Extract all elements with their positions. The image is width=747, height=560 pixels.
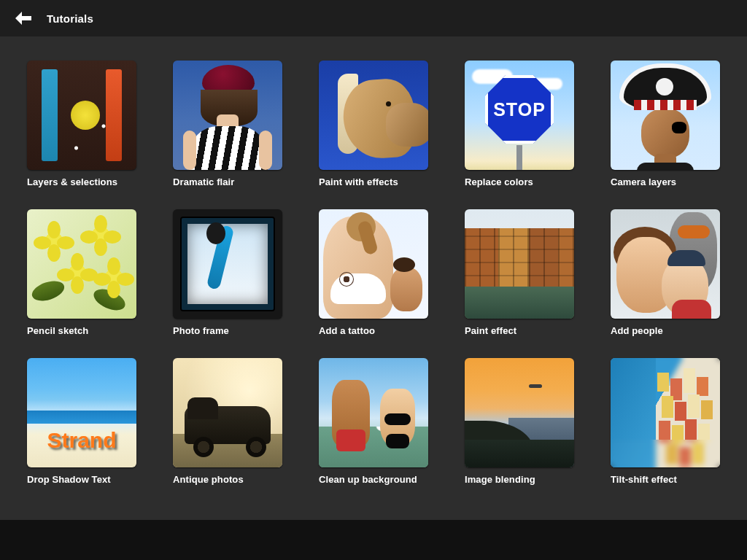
tutorial-camera-layers[interactable]: Camera layers [611, 61, 720, 187]
tutorial-label: Paint with effects [319, 176, 428, 187]
tutorial-photo-frame[interactable]: Photo frame [173, 209, 282, 336]
thumb-camera-layers [611, 61, 720, 170]
tutorial-label: Camera layers [611, 176, 720, 187]
back-arrow-icon[interactable] [13, 10, 34, 26]
thumb-paint-effect [465, 209, 574, 319]
thumb-image-blending [465, 358, 574, 467]
tutorial-drop-shadow-text[interactable]: Strand Drop Shadow Text [27, 358, 136, 485]
thumb-add-a-tattoo [319, 209, 428, 319]
tutorial-add-a-tattoo[interactable]: Add a tattoo [319, 209, 428, 336]
tutorial-paint-with-effects[interactable]: Paint with effects [319, 61, 428, 187]
thumb-clean-up-background [319, 358, 428, 467]
tutorial-clean-up-background[interactable]: Clean up background [319, 358, 428, 485]
tutorial-image-blending[interactable]: Image blending [465, 358, 574, 485]
tutorial-label: Dramatic flair [173, 176, 282, 187]
thumb-antique-photos [173, 358, 282, 467]
bottombar [0, 520, 747, 560]
tutorial-layers-selections[interactable]: Layers & selections [27, 61, 136, 187]
tutorial-replace-colors[interactable]: STOP Replace colors [465, 61, 574, 187]
thumb-add-people [611, 209, 720, 319]
tutorial-label: Clean up background [319, 474, 428, 485]
thumb-pencil-sketch [27, 209, 136, 319]
tutorial-label: Paint effect [465, 325, 574, 336]
tutorial-pencil-sketch[interactable]: Pencil sketch [27, 209, 136, 336]
tutorial-label: Tilt-shift effect [611, 474, 720, 485]
tutorial-grid: Layers & selections Dramatic flair Paint… [27, 61, 720, 485]
tutorial-label: Replace colors [465, 176, 574, 187]
tutorial-paint-effect[interactable]: Paint effect [465, 209, 574, 336]
thumb-dramatic-flair [173, 61, 282, 170]
tutorial-label: Add people [611, 325, 720, 336]
tutorial-label: Add a tattoo [319, 325, 428, 336]
tutorial-label: Antique photos [173, 474, 282, 485]
thumb-paint-with-effects [319, 61, 428, 170]
tutorial-label: Photo frame [173, 325, 282, 336]
thumb-drop-shadow-text: Strand [27, 358, 136, 467]
stop-sign-text: STOP [493, 99, 546, 120]
tutorial-label: Layers & selections [27, 176, 136, 187]
topbar: Tutorials [0, 0, 747, 36]
thumb-photo-frame [173, 209, 282, 319]
tutorial-label: Pencil sketch [27, 325, 136, 336]
tutorial-add-people[interactable]: Add people [611, 209, 720, 336]
tutorial-label: Drop Shadow Text [27, 474, 136, 485]
thumb-replace-colors: STOP [465, 61, 574, 170]
tutorial-tilt-shift-effect[interactable]: Tilt-shift effect [611, 358, 720, 485]
thumb-tilt-shift-effect [611, 358, 720, 467]
drop-shadow-sample-text: Strand [27, 428, 136, 453]
thumb-layers-selections [27, 61, 136, 170]
tutorial-antique-photos[interactable]: Antique photos [173, 358, 282, 485]
tutorial-label: Image blending [465, 474, 574, 485]
content-area: Layers & selections Dramatic flair Paint… [0, 36, 747, 520]
page-title: Tutorials [47, 12, 93, 25]
tutorial-dramatic-flair[interactable]: Dramatic flair [173, 61, 282, 187]
